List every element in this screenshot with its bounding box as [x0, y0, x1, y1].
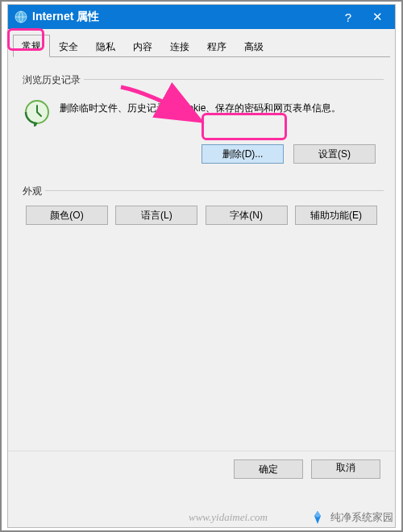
history-icon: [23, 98, 52, 127]
cancel-button[interactable]: 取消: [311, 459, 380, 479]
accessibility-button[interactable]: 辅助功能(E): [295, 206, 377, 225]
close-button[interactable]: ✕: [363, 5, 392, 29]
appearance-group: 颜色(O) 语言(L) 字体(N) 辅助功能(E): [19, 190, 384, 233]
history-description: 删除临时文件、历史记录、Cookie、保存的密码和网页表单信息。: [60, 98, 341, 127]
help-button[interactable]: ?: [334, 5, 363, 29]
watermark: 纯净系统家园: [310, 509, 393, 526]
font-button[interactable]: 字体(N): [206, 206, 288, 225]
tab-security[interactable]: 安全: [50, 35, 87, 57]
window-controls: ? ✕: [334, 5, 392, 29]
tab-advanced[interactable]: 高级: [235, 35, 272, 57]
watermark-url: www.yidaimei.com: [189, 511, 268, 524]
settings-button[interactable]: 设置(S): [293, 144, 376, 164]
tab-privacy[interactable]: 隐私: [87, 35, 124, 57]
window-title: Internet 属性: [32, 10, 334, 24]
watermark-text: 纯净系统家园: [330, 510, 393, 525]
language-button[interactable]: 语言(L): [115, 206, 197, 225]
tab-general[interactable]: 常规: [13, 35, 50, 57]
tab-connections[interactable]: 连接: [161, 35, 198, 57]
history-group: 删除临时文件、历史记录、Cookie、保存的密码和网页表单信息。 删除(D)..…: [19, 79, 384, 172]
ok-button[interactable]: 确定: [234, 459, 303, 479]
globe-icon: [15, 10, 27, 23]
appearance-group-label: 外观: [19, 185, 45, 198]
dialog-footer: 确定 取消: [8, 451, 395, 487]
tab-programs[interactable]: 程序: [198, 35, 235, 57]
tab-strip: 常规 安全 隐私 内容 连接 程序 高级: [13, 34, 390, 57]
watermark-logo-icon: [310, 509, 326, 526]
delete-button[interactable]: 删除(D)...: [202, 144, 284, 164]
tab-content[interactable]: 内容: [124, 35, 161, 57]
titlebar[interactable]: Internet 属性 ? ✕: [8, 5, 395, 29]
tab-panel: 浏览历史记录 删除临时文件、历史记录、Cookie、保存的密码和网页表单信息。 …: [8, 57, 395, 249]
history-group-label: 浏览历史记录: [19, 73, 84, 87]
color-button[interactable]: 颜色(O): [26, 206, 108, 225]
dialog-window: Internet 属性 ? ✕ 常规 安全 隐私 内容 连接 程序 高级 浏览历…: [7, 4, 396, 528]
